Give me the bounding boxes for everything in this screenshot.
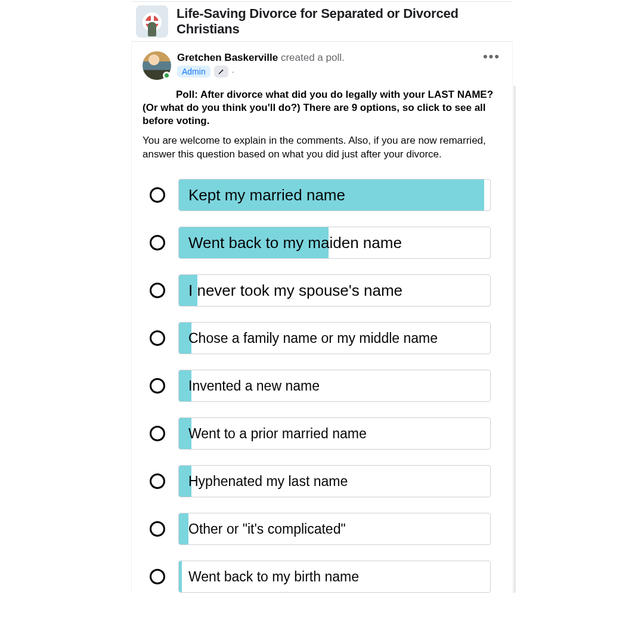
poll-option-box[interactable]: Went back to my maiden name — [178, 227, 491, 259]
poll-radio[interactable] — [150, 330, 165, 346]
post-card: Gretchen Baskerville created a poll. Adm… — [131, 43, 513, 593]
poll-radio[interactable] — [150, 569, 165, 584]
author-badges: Admin · — [177, 66, 345, 78]
poll-radio[interactable] — [150, 521, 165, 537]
scrollbar[interactable] — [513, 86, 516, 593]
poll-option-label: Went back to my maiden name — [179, 234, 402, 252]
poll-option-row: Kept my married name — [150, 179, 491, 211]
poll-radio[interactable] — [150, 235, 165, 250]
poll-radio[interactable] — [150, 378, 165, 394]
poll-options: Kept my married nameWent back to my maid… — [143, 179, 501, 593]
author-line: Gretchen Baskerville created a poll. — [177, 51, 345, 64]
online-indicator-icon — [163, 72, 171, 79]
poll-radio[interactable] — [150, 187, 165, 203]
group-icon — [136, 5, 168, 38]
author-role-icon[interactable] — [214, 66, 228, 78]
post-menu-button[interactable]: ••• — [483, 54, 500, 60]
poll-option-box[interactable]: Other or "it's complicated" — [178, 513, 491, 545]
author-name[interactable]: Gretchen Baskerville — [177, 52, 278, 63]
poll-option-box[interactable]: Invented a new name — [178, 370, 491, 402]
poll-radio[interactable] — [150, 426, 165, 441]
poll-option-box[interactable]: Kept my married name — [178, 179, 491, 211]
hand-icon — [148, 22, 156, 36]
post-container: Life-Saving Divorce for Separated or Div… — [131, 1, 513, 593]
poll-option-label: Hyphenated my last name — [179, 473, 348, 490]
poll-option-box[interactable]: Went to a prior married name — [178, 417, 491, 450]
poll-option-label: Chose a family name or my middle name — [179, 330, 438, 346]
author-avatar[interactable] — [143, 51, 171, 80]
poll-option-row: I never took my spouse's name — [150, 274, 491, 306]
poll-option-label: I never took my spouse's name — [179, 281, 402, 300]
separator-dot: · — [232, 67, 234, 76]
post-action-text: created a poll. — [281, 52, 345, 63]
poll-title: Poll: After divorce what did you do lega… — [143, 88, 501, 128]
poll-option-label: Kept my married name — [179, 186, 345, 205]
poll-option-row: Went back to my birth name — [150, 561, 491, 593]
poll-option-box[interactable]: I never took my spouse's name — [178, 274, 491, 306]
poll-radio[interactable] — [150, 473, 165, 489]
poll-option-label: Other or "it's complicated" — [179, 521, 346, 537]
group-header[interactable]: Life-Saving Divorce for Separated or Div… — [131, 1, 513, 42]
group-title: Life-Saving Divorce for Separated or Div… — [177, 6, 506, 37]
poll-option-row: Went back to my maiden name — [150, 227, 491, 259]
poll-option-row: Went to a prior married name — [150, 417, 491, 450]
admin-badge[interactable]: Admin — [177, 66, 210, 78]
poll-option-label: Went back to my birth name — [179, 569, 359, 585]
poll-option-box[interactable]: Went back to my birth name — [178, 561, 491, 593]
poll-option-row: Other or "it's complicated" — [150, 513, 491, 545]
poll-option-row: Hyphenated my last name — [150, 465, 491, 497]
poll-option-box[interactable]: Hyphenated my last name — [178, 465, 491, 497]
poll-radio[interactable] — [150, 283, 165, 298]
poll-option-label: Invented a new name — [179, 378, 320, 394]
poll-option-box[interactable]: Chose a family name or my middle name — [178, 322, 491, 354]
poll-description: You are welcome to explain in the commen… — [143, 134, 501, 161]
poll-option-label: Went to a prior married name — [179, 426, 367, 442]
poll-option-row: Chose a family name or my middle name — [150, 322, 491, 354]
post-header: Gretchen Baskerville created a poll. Adm… — [143, 51, 501, 80]
pen-icon — [218, 68, 225, 75]
poll-option-row: Invented a new name — [150, 370, 491, 402]
